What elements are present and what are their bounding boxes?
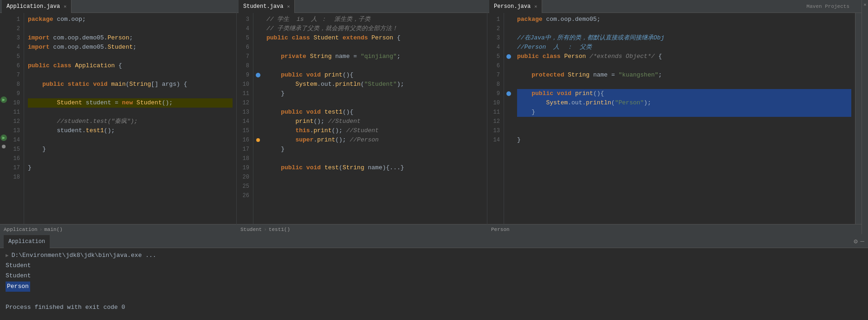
- console-line-3: Student: [6, 271, 862, 281]
- middle-code-content[interactable]: // 学生 is 人 ： 派生类，子类 // 子类继承了父类，就会拥有父类的全部…: [263, 13, 487, 224]
- left-breadcrumb: Application › main(): [0, 224, 236, 234]
- gray-icon-left: [2, 145, 6, 148]
- console-line-1: ▶ D:\Environment\jdk8\jdk\bin\java.exe .…: [6, 251, 862, 260]
- left-bc-class: Application: [4, 227, 38, 232]
- right-code-content[interactable]: package com.oop.demo05; //在Java中，所有的类，都默…: [513, 13, 855, 224]
- middle-tab-close[interactable]: ✕: [287, 4, 290, 9]
- right-line-numbers: 1 2 3 4 5 6 7 8 9 10 11 12 13 14: [487, 13, 504, 224]
- left-tab-close[interactable]: ✕: [64, 4, 66, 9]
- middle-gutter: [253, 13, 263, 224]
- console-tab-label: Application: [8, 238, 45, 245]
- run-icon-left[interactable]: ▶: [0, 96, 7, 103]
- middle-bc-class: Student: [240, 227, 262, 232]
- right-bc-class: Person: [491, 227, 510, 232]
- console-tab-application[interactable]: Application: [4, 235, 50, 248]
- console-body: ▶ D:\Environment\jdk8\jdk\bin\java.exe .…: [0, 248, 868, 320]
- middle-tab-student[interactable]: Student.java ✕: [239, 0, 295, 13]
- minimize-icon[interactable]: ─: [861, 238, 864, 245]
- console-area: Application ⚙ ─ ▶ D:\Environment\jdk8\jd…: [0, 234, 868, 320]
- console-path: D:\Environment\jdk8\jdk\bin\java.exe ...: [12, 251, 156, 260]
- middle-code-body: 3 4 5 6 7 8 9 10 11 12 13 14 15 16 17 18…: [237, 13, 487, 224]
- left-editor-panel: Application.java ✕ ▶ ▶: [0, 0, 237, 234]
- console-side-icon-1: ▶: [6, 251, 9, 260]
- middle-tab-bar: Student.java ✕: [237, 0, 487, 13]
- right-tab-label: Person.java: [494, 3, 531, 10]
- left-tab-application[interactable]: Application.java ✕: [2, 0, 71, 13]
- run-icon-left2[interactable]: ▶: [0, 134, 7, 141]
- console-toolbar: ⚙ ─: [854, 237, 864, 245]
- console-output-student1: Student: [6, 261, 31, 270]
- right-editor-panel: Person.java ✕ Maven Projects 1 2 3 4 5 6…: [487, 0, 862, 234]
- right-breadcrumb: Person: [487, 224, 862, 234]
- console-output-person: Person: [6, 282, 30, 292]
- right-tab-close[interactable]: ✕: [534, 4, 537, 9]
- left-tab-bar: Application.java ✕: [0, 0, 236, 13]
- maven-label: Maven Projects: [806, 0, 850, 13]
- console-tab-bar: Application ⚙ ─: [0, 235, 868, 248]
- right-gutter: [504, 13, 513, 224]
- left-bc-method: main(): [44, 227, 63, 232]
- middle-editor-panel: Student.java ✕ 3 4 5 6 7 8 9 10 11 12 13…: [237, 0, 487, 234]
- right-tab-bar: Person.java ✕ Maven Projects: [487, 0, 862, 13]
- console-line-4: Person: [6, 282, 862, 292]
- right-sidebar-scroll: [855, 13, 862, 224]
- console-line-2: Student: [6, 261, 862, 270]
- right-edge-panel: ✕: [862, 0, 868, 234]
- left-side-icons: ▶ ▶: [0, 13, 7, 224]
- right-edge-close[interactable]: ✕: [863, 2, 866, 7]
- left-code-body: ▶ ▶ 1 2 3 4 5 6 7 8 9 10 11 12 13: [0, 13, 236, 224]
- left-code-content[interactable]: package com.oop; import com.oop.demo05.P…: [24, 13, 236, 224]
- left-tab-label: Application.java: [6, 3, 60, 10]
- console-line-empty: [6, 293, 862, 302]
- middle-breadcrumb: Student › test1(): [237, 224, 487, 234]
- settings-icon[interactable]: ⚙: [854, 237, 857, 245]
- right-code-body: 1 2 3 4 5 6 7 8 9 10 11 12 13 14: [487, 13, 862, 224]
- console-finished-text: Process finished with exit code 0: [6, 303, 125, 312]
- middle-bc-method: test1(): [269, 227, 290, 232]
- left-line-numbers: 1 2 3 4 5 6 7 8 9 10 11 12 13 14 15 16 1…: [7, 13, 24, 224]
- middle-tab-label: Student.java: [243, 3, 283, 10]
- console-output-student2: Student: [6, 271, 31, 281]
- right-tab-person[interactable]: Person.java ✕: [489, 0, 542, 13]
- console-line-finished: Process finished with exit code 0: [6, 303, 862, 312]
- middle-line-numbers: 3 4 5 6 7 8 9 10 11 12 13 14 15 16 17 18…: [237, 13, 253, 224]
